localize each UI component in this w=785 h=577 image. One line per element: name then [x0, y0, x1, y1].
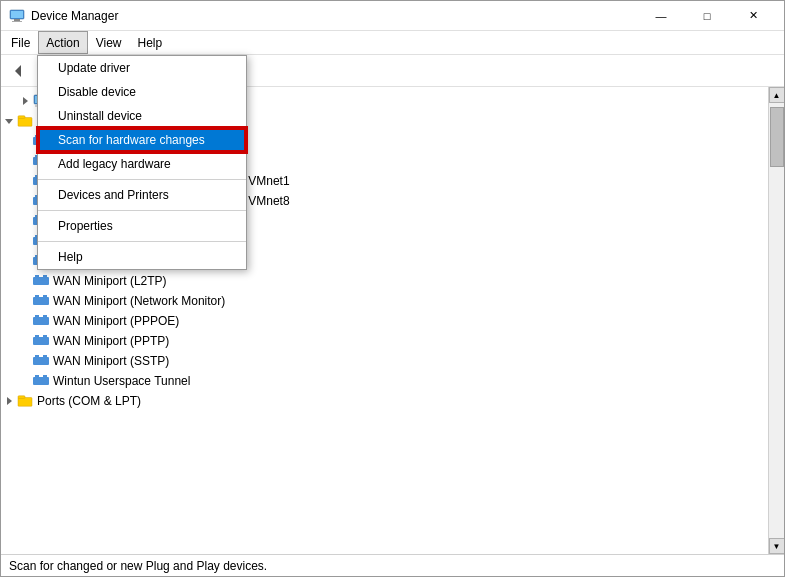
- scrollbar-track[interactable]: [769, 103, 784, 538]
- svg-rect-43: [33, 297, 49, 305]
- svg-rect-47: [35, 315, 39, 317]
- chevron-down-icon: [5, 119, 13, 124]
- scroll-up-button[interactable]: ▲: [769, 87, 785, 103]
- svg-rect-57: [43, 375, 47, 377]
- svg-rect-44: [35, 295, 39, 297]
- maximize-button[interactable]: □: [684, 1, 730, 31]
- svg-rect-51: [43, 335, 47, 337]
- title-bar-controls: — □ ✕: [638, 1, 776, 31]
- title-bar: Device Manager — □ ✕: [1, 1, 784, 31]
- svg-rect-56: [35, 375, 39, 377]
- action-update-driver[interactable]: Update driver: [38, 56, 246, 80]
- svg-rect-53: [35, 355, 39, 357]
- tree-label-ports: Ports (COM & LPT): [37, 394, 141, 408]
- back-icon: [11, 63, 27, 79]
- wan-netmon-icon: [33, 293, 49, 309]
- tree-item-wan-sstp[interactable]: WAN Miniport (SSTP): [1, 351, 768, 371]
- expand-network-adapters[interactable]: [1, 119, 17, 124]
- tree-label-wan-l2tp: WAN Miniport (L2TP): [53, 274, 167, 288]
- ports-chevron-right-icon: [7, 397, 12, 405]
- svg-rect-2: [12, 21, 22, 22]
- wan-sstp-icon: [33, 353, 49, 369]
- svg-rect-49: [33, 337, 49, 345]
- network-group-icon: [17, 113, 33, 129]
- window-icon: [9, 8, 25, 24]
- ports-icon: [17, 393, 33, 409]
- svg-rect-3: [11, 11, 23, 18]
- toolbar-back-button[interactable]: [5, 58, 33, 84]
- wan-l2tp-icon: [33, 273, 49, 289]
- menu-action[interactable]: Action: [38, 31, 87, 54]
- action-uninstall-device[interactable]: Uninstall device: [38, 104, 246, 128]
- svg-rect-40: [33, 277, 49, 285]
- svg-rect-59: [18, 396, 25, 399]
- svg-rect-41: [35, 275, 39, 277]
- svg-rect-48: [43, 315, 47, 317]
- svg-rect-1: [14, 19, 20, 21]
- action-add-legacy[interactable]: Add legacy hardware: [38, 152, 246, 176]
- svg-rect-45: [43, 295, 47, 297]
- wan-pppoe-icon: [33, 313, 49, 329]
- expand-generic-pnp[interactable]: [17, 97, 33, 105]
- svg-rect-55: [33, 377, 49, 385]
- tree-label-wintun: Wintun Userspace Tunnel: [53, 374, 190, 388]
- tree-label-wan-pppoe: WAN Miniport (PPPOE): [53, 314, 179, 328]
- title-bar-left: Device Manager: [9, 8, 118, 24]
- svg-rect-50: [35, 335, 39, 337]
- wan-pptp-icon: [33, 333, 49, 349]
- svg-rect-52: [33, 357, 49, 365]
- action-disable-device[interactable]: Disable device: [38, 80, 246, 104]
- tree-label-wan-netmon: WAN Miniport (Network Monitor): [53, 294, 225, 308]
- action-properties[interactable]: Properties: [38, 214, 246, 238]
- scroll-down-button[interactable]: ▼: [769, 538, 785, 554]
- tree-item-wintun[interactable]: Wintun Userspace Tunnel: [1, 371, 768, 391]
- wintun-icon: [33, 373, 49, 389]
- menu-separator-2: [38, 210, 246, 211]
- device-manager-window: Device Manager — □ ✕ File Action View He…: [0, 0, 785, 577]
- svg-marker-4: [15, 65, 21, 77]
- vertical-scrollbar[interactable]: ▲ ▼: [768, 87, 784, 554]
- chevron-right-icon: [23, 97, 28, 105]
- tree-label-wan-pptp: WAN Miniport (PPTP): [53, 334, 169, 348]
- action-help[interactable]: Help: [38, 245, 246, 269]
- menu-view[interactable]: View: [88, 31, 130, 54]
- svg-rect-18: [18, 116, 25, 119]
- menu-separator-1: [38, 179, 246, 180]
- tree-item-wan-pptp[interactable]: WAN Miniport (PPTP): [1, 331, 768, 351]
- tree-item-wan-netmon[interactable]: WAN Miniport (Network Monitor): [1, 291, 768, 311]
- action-devices-printers[interactable]: Devices and Printers: [38, 183, 246, 207]
- svg-rect-17: [18, 118, 32, 127]
- close-button[interactable]: ✕: [730, 1, 776, 31]
- minimize-button[interactable]: —: [638, 1, 684, 31]
- menu-file[interactable]: File: [3, 31, 38, 54]
- tree-item-wan-pppoe[interactable]: WAN Miniport (PPPOE): [1, 311, 768, 331]
- scrollbar-thumb[interactable]: [770, 107, 784, 167]
- action-dropdown-menu: Update driver Disable device Uninstall d…: [37, 55, 247, 270]
- expand-ports[interactable]: [1, 397, 17, 405]
- tree-item-ports[interactable]: Ports (COM & LPT): [1, 391, 768, 411]
- svg-rect-54: [43, 355, 47, 357]
- svg-rect-42: [43, 275, 47, 277]
- window-title: Device Manager: [31, 9, 118, 23]
- tree-label-wan-sstp: WAN Miniport (SSTP): [53, 354, 169, 368]
- menu-help[interactable]: Help: [130, 31, 171, 54]
- svg-rect-58: [18, 398, 32, 407]
- status-text: Scan for changed or new Plug and Play de…: [9, 559, 267, 573]
- menu-separator-3: [38, 241, 246, 242]
- action-scan-hardware[interactable]: Scan for hardware changes: [38, 128, 246, 152]
- status-bar: Scan for changed or new Plug and Play de…: [1, 554, 784, 576]
- svg-rect-46: [33, 317, 49, 325]
- tree-item-wan-l2tp[interactable]: WAN Miniport (L2TP): [1, 271, 768, 291]
- menu-bar: File Action View Help Update driver Disa…: [1, 31, 784, 55]
